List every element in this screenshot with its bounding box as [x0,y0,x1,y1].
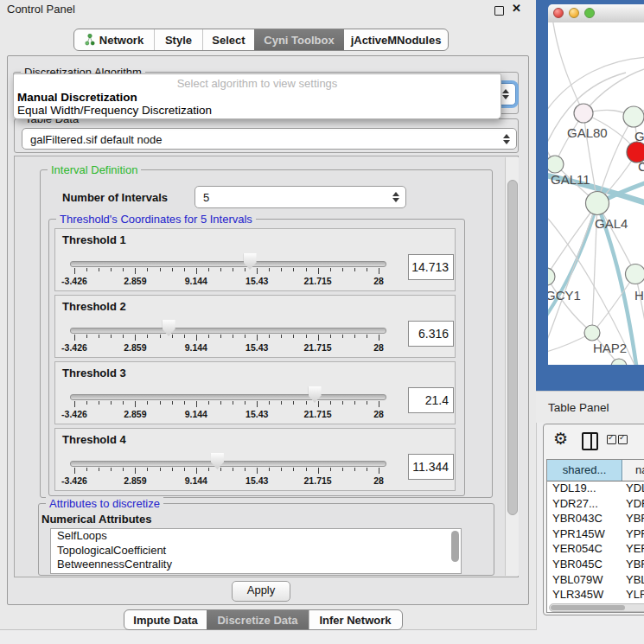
tick-mark [367,335,367,338]
table-row[interactable]: YLR345WYLR345W [547,587,644,603]
table-row[interactable]: YER054CYER054C [547,541,644,557]
tab-impute-data[interactable]: Impute Data [124,610,207,629]
cell-shared-name[interactable]: YDR27... [552,496,622,512]
algorithm-dropdown-prompt[interactable]: Select algorithm to view settings [14,77,501,90]
tab-style[interactable]: Style [154,29,202,50]
cell-shared-name[interactable]: YBR043C [552,511,622,526]
table-row[interactable]: YDL19...YDL19 [547,481,644,496]
cell-shared-name[interactable]: YBL079W [552,572,622,588]
tab-discretize-data[interactable]: Discretize Data [207,610,309,629]
node-gal4[interactable] [586,192,609,215]
table-data-select[interactable]: galFiltered.sif default node [22,128,517,150]
node-gal80[interactable] [574,104,593,123]
column-header-shared-name[interactable]: shared... [547,460,622,481]
table-horizontal-scrollbar-thumb[interactable] [551,605,625,610]
tick-mark [269,401,270,405]
threshold-slider-track[interactable] [70,461,386,467]
tick-mark [86,268,87,271]
algorithm-option-equal-width[interactable]: Equal Width/Frequency Discretization [17,104,212,117]
threshold-label: Threshold 4 [62,433,126,446]
num-intervals-select[interactable]: 5 [194,186,406,208]
tab-infer-network[interactable]: Infer Network [309,610,401,629]
table-panel-title: Table Panel [548,401,609,414]
attributes-scrollbar-thumb[interactable] [451,531,459,562]
cell-shared-name[interactable]: YLR345W [552,587,622,603]
tick-label: 28 [360,342,398,353]
threshold-value-input[interactable]: 14.713 [408,254,454,280]
tick-mark [160,268,161,271]
close-traffic-light-icon[interactable] [553,8,564,18]
cell-name[interactable]: YBR043C [626,511,644,526]
split-view-icon[interactable] [582,432,598,450]
gear-icon[interactable]: ⚙ [553,429,568,449]
tick-mark [293,335,294,338]
table-data-selected-value: galFiltered.sif default node [30,132,162,145]
tick-mark [281,268,282,271]
cell-name[interactable]: YBR045C [626,557,644,572]
tab-network[interactable]: Network [74,29,154,50]
checkbox-icon[interactable] [607,435,616,444]
close-icon[interactable]: ✕ [512,2,521,15]
tick-mark [318,335,319,341]
threshold-value-input[interactable]: 11.344 [408,454,454,480]
attribute-list-item[interactable]: TopologicalCoefficient [51,544,461,558]
table-horizontal-scrollbar[interactable] [549,603,644,612]
cell-name[interactable]: YDL19 [626,481,644,496]
threshold-slider-thumb[interactable] [163,320,175,336]
threshold-slider-track[interactable] [70,394,386,400]
table-row[interactable]: YBR045CYBR045C [547,557,644,572]
float-window-icon[interactable] [494,6,504,16]
node-partial-top-right[interactable] [623,106,644,127]
cell-name[interactable]: YER054C [626,541,644,557]
tab-impute-data-label: Impute Data [133,614,197,627]
tick-label: 2.859 [116,276,154,286]
tick-label: 21.715 [299,276,337,286]
table-row[interactable]: YDR27...YDR27 [547,496,644,512]
cell-shared-name[interactable]: YER054C [552,541,622,557]
minimize-traffic-light-icon[interactable] [569,8,579,18]
cell-shared-name[interactable]: YBR045C [552,557,622,572]
threshold-value-input[interactable]: 6.316 [408,321,454,347]
tick-mark [147,268,148,271]
tab-jactivemnodules[interactable]: jActiveMNodules [344,29,448,50]
threshold-value-input[interactable]: 21.4 [408,387,454,413]
threshold-slider-track[interactable] [70,261,386,267]
tick-mark [172,401,173,405]
tab-discretize-data-label: Discretize Data [217,614,297,627]
node-gal11[interactable] [548,156,564,173]
cell-name[interactable]: YLR345W [626,587,644,603]
table-row[interactable]: YPR145WYPR145W [547,526,644,542]
cell-name[interactable]: YBL079W [626,572,644,588]
settings-scrollbar-thumb[interactable] [507,180,518,515]
zoom-traffic-light-icon[interactable] [584,8,595,18]
stepper-arrows-icon [392,192,399,202]
checkbox-icon[interactable] [618,435,628,444]
numerical-attributes-list[interactable]: SelfLoopsTopologicalCoefficientBetweenne… [50,528,462,574]
cell-name[interactable]: YDR27 [626,496,644,512]
column-header-name[interactable]: name [623,460,644,481]
cell-name[interactable]: YPR145W [626,526,644,542]
cell-shared-name[interactable]: YDL19... [552,481,622,496]
table-row[interactable]: YBR043CYBR043C [547,511,644,526]
settings-scrollbar[interactable] [505,157,519,576]
node-gcy1[interactable] [548,268,555,285]
node-h[interactable] [626,265,644,284]
cell-shared-name[interactable]: YPR145W [552,526,622,542]
network-canvas[interactable]: GAL80 GA C GAL11 GAL4 GCY1 H HAP2 [548,22,644,365]
table-row[interactable]: YBL079WYBL079W [547,572,644,588]
algorithm-option-manual[interactable]: Manual Discretization [17,91,137,104]
cyni-mode-tabs: Impute Data Discretize Data Infer Networ… [124,609,403,630]
attribute-list-item[interactable]: SelfLoops [51,529,461,544]
tick-mark [293,468,294,471]
tick-mark [306,468,307,471]
node-bottom-partial[interactable] [611,359,627,365]
num-intervals-label: Number of Intervals [62,191,168,204]
threshold-slider-thumb[interactable] [211,453,224,469]
threshold-slider-track[interactable] [70,328,386,334]
threshold-slider-thumb[interactable] [309,386,322,403]
node-hap2[interactable] [584,325,600,341]
apply-button[interactable]: Apply [232,581,290,602]
attribute-list-item[interactable]: BetweennessCentrality [51,558,461,572]
tab-cyni-toolbox[interactable]: Cyni Toolbox [254,29,344,50]
tab-select[interactable]: Select [202,29,254,50]
